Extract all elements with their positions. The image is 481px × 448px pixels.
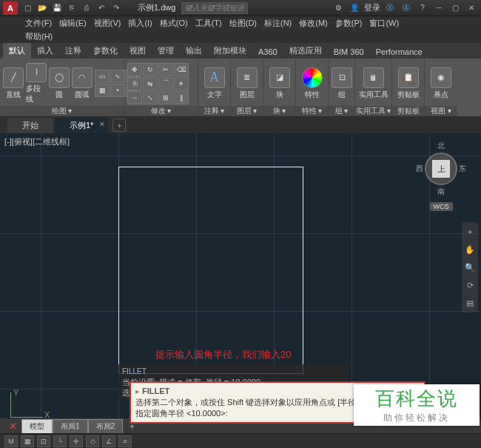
- properties-button[interactable]: 特性: [299, 63, 325, 104]
- panel-anno-title[interactable]: 注释 ▾: [198, 106, 230, 116]
- ribbon-tab-a360[interactable]: A360: [252, 45, 283, 58]
- clipboard-button[interactable]: 📋剪贴板: [395, 63, 421, 104]
- drawing-canvas[interactable]: [-][俯视][二维线框] 提示输入圆角半径，我们输入20 FILLET 当前设…: [0, 133, 481, 424]
- rect-icon[interactable]: ▭: [95, 70, 110, 83]
- file-tab-close-icon[interactable]: ✕: [99, 121, 105, 128]
- a360-icon[interactable]: Ⓐ: [400, 1, 413, 15]
- polar-toggle-icon[interactable]: ✛: [70, 435, 83, 447]
- viewcube[interactable]: 北 西 上 东 南 WCS: [416, 141, 466, 210]
- menu-window[interactable]: 窗口(W): [366, 17, 402, 30]
- undo-icon[interactable]: ↶: [95, 1, 108, 15]
- menu-file[interactable]: 文件(F): [22, 17, 55, 30]
- otrack-toggle-icon[interactable]: ∠: [102, 435, 115, 447]
- redo-icon[interactable]: ↷: [110, 1, 123, 15]
- rotate-icon[interactable]: ↻: [143, 63, 158, 76]
- panel-layer-title[interactable]: 图层 ▾: [231, 106, 263, 116]
- ribbon-tab-bim360[interactable]: BIM 360: [328, 45, 370, 58]
- viewport-label[interactable]: [-][俯视][二维线框]: [4, 136, 70, 147]
- showmotion-icon[interactable]: ▤: [463, 296, 477, 310]
- fullnav-icon[interactable]: ⌖: [463, 225, 477, 238]
- ribbon-tab-view[interactable]: 视图: [124, 43, 152, 58]
- polyline-button[interactable]: ⌇多段线: [26, 63, 47, 104]
- layout-tab-2[interactable]: 布局2: [88, 419, 124, 433]
- ribbon-tab-default[interactable]: 默认: [3, 43, 31, 58]
- menu-modify[interactable]: 修改(M): [296, 17, 331, 30]
- ribbon-tab-addins[interactable]: 附加模块: [208, 43, 252, 58]
- plot-icon[interactable]: ⎙: [80, 1, 93, 15]
- line-button[interactable]: ╱直线: [3, 63, 24, 104]
- panel-draw-title[interactable]: 绘图 ▾: [0, 106, 124, 116]
- explode-icon[interactable]: ✶: [174, 77, 189, 90]
- grid-toggle-icon[interactable]: ▦: [21, 435, 34, 447]
- ribbon-tab-parametric[interactable]: 参数化: [87, 43, 124, 58]
- array-icon[interactable]: ⊞: [158, 91, 173, 104]
- menu-param[interactable]: 参数(P): [332, 17, 366, 30]
- block-button[interactable]: ◪块: [266, 63, 292, 104]
- menu-dimension[interactable]: 标注(N): [261, 17, 295, 30]
- menu-tools[interactable]: 工具(T): [192, 17, 225, 30]
- panel-block-title[interactable]: 块 ▾: [263, 106, 295, 116]
- snap-toggle-icon[interactable]: ⊡: [37, 435, 50, 447]
- utilities-button[interactable]: 🖩实用工具: [358, 63, 388, 104]
- layout-tab-model[interactable]: 模型: [21, 419, 53, 433]
- circle-button[interactable]: ◯圆: [49, 63, 70, 104]
- menu-format[interactable]: 格式(O): [157, 17, 191, 30]
- mirror-icon[interactable]: ⇋: [143, 77, 158, 90]
- ribbon-tab-manage[interactable]: 管理: [152, 43, 180, 58]
- panel-clip-title[interactable]: 剪贴板: [392, 106, 424, 116]
- close-cmdline-icon[interactable]: ✕: [9, 421, 17, 432]
- menu-help[interactable]: 帮助(H): [22, 30, 56, 43]
- saveas-icon[interactable]: ⎘: [65, 1, 78, 15]
- ribbon-tab-annotate[interactable]: 注释: [59, 43, 87, 58]
- viewcube-top-face[interactable]: 上: [432, 160, 450, 178]
- osnap-toggle-icon[interactable]: ◇: [86, 435, 99, 447]
- file-tab-add-icon[interactable]: ＋: [112, 118, 126, 132]
- model-toggle[interactable]: M: [4, 435, 18, 447]
- erase-icon[interactable]: ⌫: [174, 63, 189, 76]
- panel-modify-title[interactable]: 修改 ▾: [124, 106, 198, 116]
- ribbon-tab-insert[interactable]: 插入: [31, 43, 59, 58]
- exchange-icon[interactable]: Ⓧ: [383, 1, 397, 15]
- move-icon[interactable]: ✥: [127, 63, 142, 76]
- zoom-icon[interactable]: 🔍: [463, 261, 477, 274]
- spline-icon[interactable]: ∿: [110, 70, 125, 83]
- pan-icon[interactable]: ✋: [463, 243, 477, 256]
- group-button[interactable]: ⊡组: [332, 63, 352, 104]
- open-icon[interactable]: 📂: [36, 1, 49, 15]
- stretch-icon[interactable]: ↔: [127, 91, 142, 104]
- ribbon-tab-output[interactable]: 输出: [180, 43, 208, 58]
- arc-button[interactable]: ◠圆弧: [72, 63, 92, 104]
- ucs-icon[interactable]: Y X: [7, 388, 44, 418]
- point-icon[interactable]: •: [110, 84, 125, 97]
- ribbon-tab-featured[interactable]: 精选应用: [283, 43, 328, 58]
- signin-icon[interactable]: 👤: [348, 1, 361, 15]
- panel-util-title[interactable]: 实用工具 ▾: [355, 106, 391, 116]
- save-icon[interactable]: 💾: [50, 1, 64, 15]
- wcs-badge[interactable]: WCS: [416, 201, 466, 210]
- orbit-icon[interactable]: ⟳: [463, 278, 477, 292]
- scale-icon[interactable]: ⤡: [143, 91, 158, 104]
- app-menu-icon[interactable]: A: [3, 1, 18, 15]
- panel-view-title[interactable]: 视图 ▾: [425, 106, 457, 116]
- panel-prop-title[interactable]: 特性 ▾: [296, 106, 328, 116]
- basepoint-button[interactable]: ◉基点: [428, 63, 454, 104]
- menu-view[interactable]: 视图(V): [91, 17, 124, 30]
- file-tab-doc[interactable]: 示例1*✕: [55, 118, 108, 133]
- hatch-icon[interactable]: ▦: [95, 84, 110, 97]
- lineweight-toggle-icon[interactable]: ≡: [118, 435, 132, 447]
- trim-icon[interactable]: ✂: [158, 63, 173, 76]
- minimize-icon[interactable]: ─: [432, 1, 445, 15]
- fillet-icon[interactable]: ⌒: [158, 77, 173, 90]
- new-icon[interactable]: ▢: [21, 1, 34, 15]
- infocenter-icon[interactable]: ⚙: [332, 1, 345, 15]
- text-button[interactable]: A文字: [201, 63, 227, 104]
- file-tab-start[interactable]: 开始: [7, 118, 53, 133]
- offset-icon[interactable]: ‖: [174, 91, 189, 104]
- ortho-toggle-icon[interactable]: └: [53, 435, 67, 447]
- panel-group-title[interactable]: 组 ▾: [329, 106, 354, 116]
- menu-edit[interactable]: 编辑(E): [56, 17, 90, 30]
- copy-icon[interactable]: ⎘: [127, 77, 142, 90]
- layer-button[interactable]: ≣图层: [234, 63, 260, 104]
- maximize-icon[interactable]: ▢: [448, 1, 462, 15]
- ribbon-tab-performance[interactable]: Performance: [370, 45, 428, 58]
